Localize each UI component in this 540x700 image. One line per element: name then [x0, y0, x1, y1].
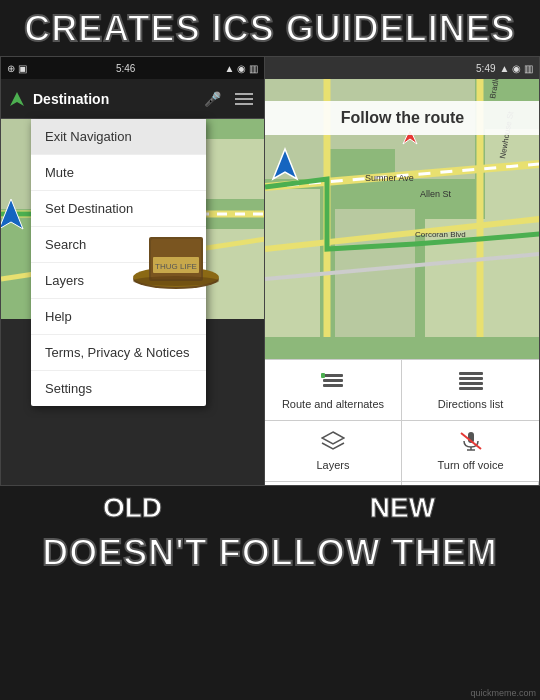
btn-more[interactable]: More — [402, 482, 539, 486]
svg-rect-34 — [485, 129, 540, 229]
scumbag-hat: THUG LIFE — [131, 227, 221, 297]
layers-nav-icon[interactable] — [232, 87, 256, 111]
layers-icon — [273, 431, 393, 456]
route-icon — [273, 370, 393, 395]
label-old-container: OLD — [0, 492, 265, 524]
labels-row: OLD NEW — [0, 486, 540, 528]
btn-route-label: Route and alternates — [273, 398, 393, 410]
btn-layers[interactable]: Layers — [265, 421, 402, 482]
svg-rect-32 — [265, 189, 320, 337]
svg-rect-51 — [323, 379, 343, 382]
time-left: 5:46 — [116, 63, 135, 74]
svg-text:THUG LIFE: THUG LIFE — [155, 262, 197, 271]
phone-new: 5:49 ▲ ◉ ▥ — [265, 56, 540, 486]
bottom-meme-text: DOESN'T FOLLOW THEM — [0, 528, 540, 580]
menu-item-mute[interactable]: Mute — [31, 155, 206, 191]
phones-row: ⊕ ▣ 5:46 ▲ ◉ ▥ Destination 🎤 — [0, 56, 540, 486]
svg-text:Sumner Ave: Sumner Ave — [365, 173, 414, 183]
svg-point-28 — [133, 276, 219, 286]
status-icons-right-left: ▲ ◉ ▥ — [225, 63, 258, 74]
nav-title: Destination — [33, 91, 192, 107]
svg-rect-3 — [235, 103, 253, 105]
nav-bar-left: Destination 🎤 — [1, 79, 264, 119]
btn-directions-label: Directions list — [410, 398, 531, 410]
navigation-icon — [9, 91, 25, 107]
svg-rect-57 — [459, 387, 483, 390]
watermark: quickmeme.com — [470, 688, 536, 698]
top-meme-text: CREATES ICS GUIDELINES — [0, 0, 540, 56]
menu-item-destination[interactable]: Set Destination — [31, 191, 206, 227]
mic-icon[interactable]: 🎤 — [200, 87, 224, 111]
svg-rect-53 — [321, 373, 325, 378]
map-right: Sumner Ave Allen St Bradley Rd Corcoran … — [265, 79, 540, 359]
list-icon — [410, 370, 531, 395]
label-new-container: NEW — [265, 492, 540, 524]
action-grid: Route and alternates Directions list — [265, 359, 539, 486]
svg-rect-50 — [323, 374, 343, 377]
svg-marker-0 — [10, 92, 24, 106]
svg-rect-52 — [323, 384, 343, 387]
btn-exit-navigation[interactable]: Exit navigation — [265, 482, 402, 486]
svg-rect-55 — [459, 377, 483, 380]
time-right: 5:49 — [476, 63, 495, 74]
btn-turn-off-voice[interactable]: Turn off voice — [402, 421, 539, 482]
btn-voice-label: Turn off voice — [410, 459, 531, 471]
menu-item-exit[interactable]: Exit Navigation — [31, 119, 206, 155]
svg-rect-2 — [235, 98, 253, 100]
status-icons-left: ⊕ ▣ — [7, 63, 27, 74]
svg-marker-58 — [322, 432, 344, 444]
svg-rect-56 — [459, 382, 483, 385]
voice-icon — [410, 431, 531, 456]
svg-text:Corcoran Blvd: Corcoran Blvd — [415, 230, 466, 239]
menu-item-help[interactable]: Help — [31, 299, 206, 335]
menu-item-terms[interactable]: Terms, Privacy & Notices — [31, 335, 206, 371]
label-old: OLD — [103, 492, 162, 523]
svg-text:Allen St: Allen St — [420, 189, 452, 199]
btn-directions-list[interactable]: Directions list — [402, 360, 539, 421]
btn-layers-label: Layers — [273, 459, 393, 471]
status-bar-right: 5:49 ▲ ◉ ▥ — [265, 57, 539, 79]
menu-item-settings[interactable]: Settings — [31, 371, 206, 406]
svg-rect-1 — [235, 93, 253, 95]
follow-route-bar: Follow the route — [265, 101, 540, 135]
svg-rect-54 — [459, 372, 483, 375]
label-new: NEW — [370, 492, 435, 523]
status-bar-left: ⊕ ▣ 5:46 ▲ ◉ ▥ — [1, 57, 264, 79]
btn-route-alternates[interactable]: Route and alternates — [265, 360, 402, 421]
phone-old: ⊕ ▣ 5:46 ▲ ◉ ▥ Destination 🎤 — [0, 56, 265, 486]
